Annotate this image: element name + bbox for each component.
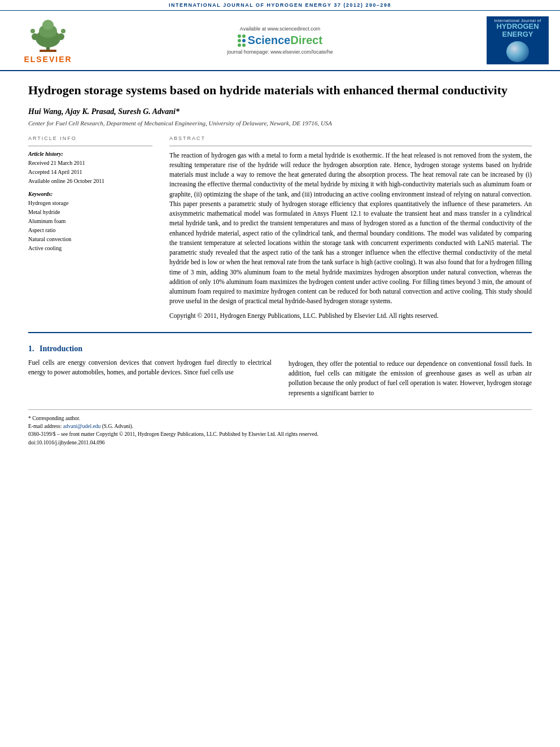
article-info-divider: [28, 146, 152, 146]
footnote-area: * Corresponding author. E-mail address: …: [28, 409, 532, 447]
svg-point-8: [61, 29, 65, 33]
available-date: Available online 26 October 2011: [28, 177, 152, 185]
introduction-section: 1. Introduction Fuel cells are energy co…: [28, 344, 532, 398]
abstract-divider: [169, 146, 532, 146]
abstract-heading: ABSTRACT: [169, 136, 532, 141]
elsevier-tree-icon: [23, 17, 73, 54]
journal-citation: INTERNATIONAL JOURNAL OF HYDROGEN ENERGY…: [169, 2, 391, 8]
svg-point-6: [58, 33, 64, 40]
keyword-1: Hydrogen storage: [28, 199, 152, 207]
intro-title: Introduction: [40, 344, 82, 353]
authors: Hui Wang, Ajay K. Prasad, Suresh G. Adva…: [28, 107, 532, 116]
svg-rect-4: [40, 50, 56, 52]
he-logo-line3: ENERGY: [502, 30, 533, 38]
svg-point-7: [30, 29, 35, 33]
intro-left-text: Fuel cells are energy conversion devices…: [28, 358, 272, 378]
article-meta-section: ARTICLE INFO Article history: Received 2…: [28, 136, 532, 321]
intro-number: 1.: [28, 344, 34, 353]
elsevier-brand-text: ELSEVIER: [24, 55, 72, 64]
keyword-6: Active cooling: [28, 244, 152, 252]
abstract-text: The reaction of hydrogen gas with a meta…: [169, 151, 532, 307]
accepted-date: Accepted 14 April 2011: [28, 168, 152, 176]
available-text: Available at www.sciencedirect.com: [240, 26, 320, 32]
he-journal-logo-container: International Journal of HYDROGEN ENERGY: [475, 16, 549, 64]
footnote-corresponding: * Corresponding author.: [28, 414, 532, 422]
sd-dots-icon: [238, 34, 246, 47]
sciencedirect-text: ScienceDirect: [248, 34, 322, 47]
elsevier-logo: ELSEVIER: [11, 17, 85, 64]
footnote-issn: 0360-3199/$ – see front matter Copyright…: [28, 430, 532, 438]
abstract-copyright: Copyright © 2011, Hydrogen Energy Public…: [169, 311, 532, 321]
svg-point-3: [42, 20, 54, 30]
article-title: Hydrogen storage systems based on hydrid…: [28, 82, 532, 98]
footnote-email: E-mail address: advani@udel.edu (S.G. Ad…: [28, 422, 532, 430]
received-date: Received 21 March 2011: [28, 159, 152, 167]
abstract-column: ABSTRACT The reaction of hydrogen gas wi…: [169, 136, 532, 321]
intro-right-column: hydrogen, they offer the potential to re…: [288, 344, 532, 398]
journal-header-bar: INTERNATIONAL JOURNAL OF HYDROGEN ENERGY…: [0, 0, 560, 11]
email-link[interactable]: advani@udel.edu: [63, 423, 101, 429]
page-header: ELSEVIER Available at www.sciencedirect.…: [0, 11, 560, 71]
doi-text: doi:10.1016/j.ijhydene.2011.04.096: [28, 440, 105, 445]
keyword-4: Aspect ratio: [28, 226, 152, 234]
article-info-heading: ARTICLE INFO: [28, 136, 152, 141]
article-info-column: ARTICLE INFO Article history: Received 2…: [28, 136, 152, 321]
svg-point-5: [32, 33, 38, 40]
intro-section-title: 1. Introduction: [28, 344, 272, 353]
corresponding-author-text: * Corresponding author.: [28, 416, 80, 421]
affiliation: Center for Fuel Cell Research, Departmen…: [28, 120, 532, 126]
footnote-doi: doi:10.1016/j.ijhydene.2011.04.096: [28, 439, 532, 447]
hydrogen-energy-logo: International Journal of HYDROGEN ENERGY: [487, 16, 549, 64]
authors-text: Hui Wang, Ajay K. Prasad, Suresh G. Adva…: [28, 107, 180, 116]
keyword-3: Aluminum foam: [28, 217, 152, 225]
he-logo-graphic: [506, 41, 529, 62]
keyword-2: Metal hydride: [28, 208, 152, 216]
history-label: Article history:: [28, 151, 152, 157]
email-label-text: E-mail address:: [28, 423, 62, 429]
journal-homepage-text: journal homepage: www.elsevier.com/locat…: [227, 49, 333, 55]
he-logo-line2: HYDROGEN: [496, 23, 539, 30]
keyword-5: Natural convection: [28, 235, 152, 243]
email-detail-text: (S.G. Advani).: [102, 423, 133, 429]
main-content: Hydrogen storage systems based on hydrid…: [0, 71, 560, 458]
sciencedirect-logo: ScienceDirect: [238, 34, 322, 47]
keywords-label: Keywords:: [28, 191, 152, 197]
section-divider: [28, 332, 532, 333]
sciencedirect-header: Available at www.sciencedirect.com Scien…: [85, 26, 475, 55]
intro-left-column: 1. Introduction Fuel cells are energy co…: [28, 344, 272, 398]
intro-right-text: hydrogen, they offer the potential to re…: [288, 359, 532, 398]
